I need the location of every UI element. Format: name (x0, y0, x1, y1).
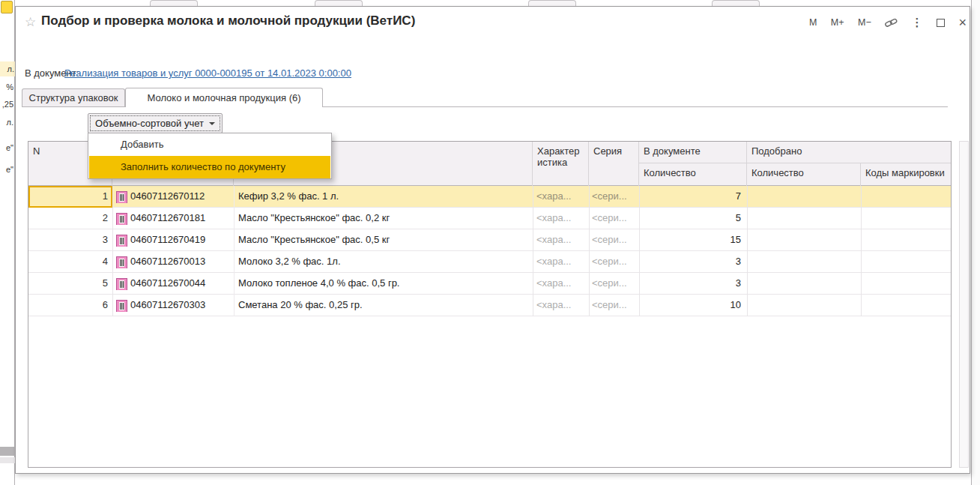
row-number: 4 (28, 251, 108, 273)
close-icon[interactable]: × (958, 17, 967, 28)
row-series: <сери... (592, 251, 637, 273)
row-series: <сери... (592, 295, 637, 316)
row-characteristic: <хара... (536, 295, 586, 316)
marked-product-barcode-icon (116, 234, 127, 247)
column-header-characteristic[interactable]: Характеристика (533, 142, 589, 186)
table-row[interactable]: 5 04607112670044 Молоко топленое 4,0 % ф… (28, 273, 951, 295)
window-title: Подбор и проверка молока и молочной прод… (41, 13, 415, 28)
background-window-right-strip (971, 0, 980, 485)
menu-item-add[interactable]: Добавить (89, 133, 330, 156)
menu-item-fill-quantity-by-document[interactable]: Заполнить количество по документу (89, 156, 330, 178)
background-scrollbar-fragment (0, 447, 15, 456)
monitor-minus-button[interactable]: M− (858, 17, 871, 28)
chevron-down-icon (209, 122, 215, 125)
tab-milk-products[interactable]: Молоко и молочная продукция (6) (125, 88, 323, 107)
volume-sort-accounting-button[interactable]: Объемно-сортовой учет (88, 113, 223, 133)
row-doc-quantity: 15 (639, 229, 741, 251)
row-characteristic: <хара... (536, 251, 586, 273)
column-header-marking-codes[interactable]: Коды маркировки (861, 163, 951, 186)
row-gtin: 04607112670013 (130, 251, 232, 273)
row-doc-quantity: 10 (639, 295, 741, 316)
marked-product-barcode-icon (116, 299, 127, 312)
table-scrollbar[interactable] (959, 141, 969, 468)
background-text-fragment: е" (0, 162, 13, 177)
row-characteristic: <хара... (536, 186, 586, 208)
monitor-button[interactable]: M (809, 17, 817, 28)
background-text-fragment: л. (0, 115, 13, 130)
volume-sort-dropdown-menu: Добавить Заполнить количество по докумен… (88, 133, 332, 179)
row-product-name: Молоко 3,2 % фас. 1л. (238, 251, 530, 273)
background-text-fragment: е" (0, 140, 13, 155)
document-link[interactable]: Реализация товаров и услуг 0000-000195 о… (64, 67, 351, 79)
titlebar-controls: M M+ M− ⋮ × (809, 15, 967, 30)
row-doc-quantity: 7 (639, 186, 741, 208)
row-gtin: 04607112670303 (130, 295, 232, 316)
row-product-name: Сметана 20 % фас. 0,25 гр. (238, 295, 530, 316)
background-text-fragment: % (0, 79, 13, 94)
row-series: <сери... (592, 273, 637, 295)
row-number: 5 (28, 273, 108, 295)
table-row[interactable]: 6 04607112670303 Сметана 20 % фас. 0,25 … (28, 295, 951, 316)
row-doc-quantity: 3 (639, 273, 741, 295)
column-header-in-document[interactable]: В документе (639, 142, 747, 163)
maximize-icon[interactable] (937, 19, 945, 27)
table-body: 1 04607112670112 Кефир 3,2 % фас. 1 л. <… (28, 186, 951, 316)
marked-product-barcode-icon (116, 212, 127, 225)
link-icon[interactable] (885, 17, 898, 28)
column-header-doc-quantity[interactable]: Количество (639, 163, 747, 186)
row-number: 1 (28, 186, 108, 208)
background-text-fragment: ,25 (0, 97, 13, 112)
monitor-plus-button[interactable]: M+ (831, 17, 844, 28)
row-product-name: Молоко топленое 4,0 % фас. 0,5 гр. (238, 273, 530, 295)
column-header-picked[interactable]: Подобрано (747, 142, 951, 163)
background-text-fragment: л. (0, 61, 15, 76)
products-table: N Характеристика Серия В документе Подоб… (28, 141, 952, 468)
row-number: 3 (28, 229, 108, 251)
row-gtin: 04607112670112 (130, 186, 232, 208)
marked-product-barcode-icon (116, 277, 127, 290)
row-doc-quantity: 5 (639, 208, 741, 229)
row-doc-quantity: 3 (639, 251, 741, 273)
row-series: <сери... (592, 186, 637, 208)
volume-sort-label: Объемно-сортовой учет (95, 118, 204, 129)
row-product-name: Масло "Крестьянское" фас. 0,2 кг (238, 208, 530, 229)
table-row[interactable]: 2 04607112670181 Масло "Крестьянское" фа… (28, 208, 951, 229)
column-header-series[interactable]: Серия (589, 142, 639, 186)
table-row[interactable]: 4 04607112670013 Молоко 3,2 % фас. 1л. <… (28, 251, 951, 273)
marked-product-barcode-icon (116, 256, 127, 268)
row-gtin: 04607112670181 (130, 208, 232, 229)
row-series: <сери... (592, 229, 637, 251)
row-characteristic: <хара... (536, 229, 586, 251)
row-gtin: 04607112670044 (130, 273, 232, 295)
background-panel-fragment (0, 457, 15, 463)
row-series: <сери... (592, 208, 637, 229)
marked-product-barcode-icon (116, 190, 127, 203)
row-product-name: Кефир 3,2 % фас. 1 л. (238, 186, 530, 208)
background-window-left-strip: л.%,25л.е"е" (0, 0, 15, 485)
table-row[interactable]: 1 04607112670112 Кефир 3,2 % фас. 1 л. <… (28, 186, 951, 208)
column-header-picked-quantity[interactable]: Количество (747, 163, 861, 186)
row-characteristic: <хара... (536, 273, 586, 295)
row-gtin: 04607112670419 (130, 229, 232, 251)
favorite-star-icon[interactable]: ☆ (25, 14, 36, 30)
tab-packing-structure[interactable]: Структура упаковок (22, 88, 125, 106)
row-number: 2 (28, 208, 108, 229)
row-characteristic: <хара... (536, 208, 586, 229)
background-app-icon (1, 1, 13, 13)
row-product-name: Масло "Крестьянское" фас. 0,5 кг (238, 229, 530, 251)
kebab-menu-icon[interactable]: ⋮ (912, 16, 923, 29)
table-row[interactable]: 3 04607112670419 Масло "Крестьянское" фа… (28, 229, 951, 251)
row-number: 6 (28, 295, 108, 316)
